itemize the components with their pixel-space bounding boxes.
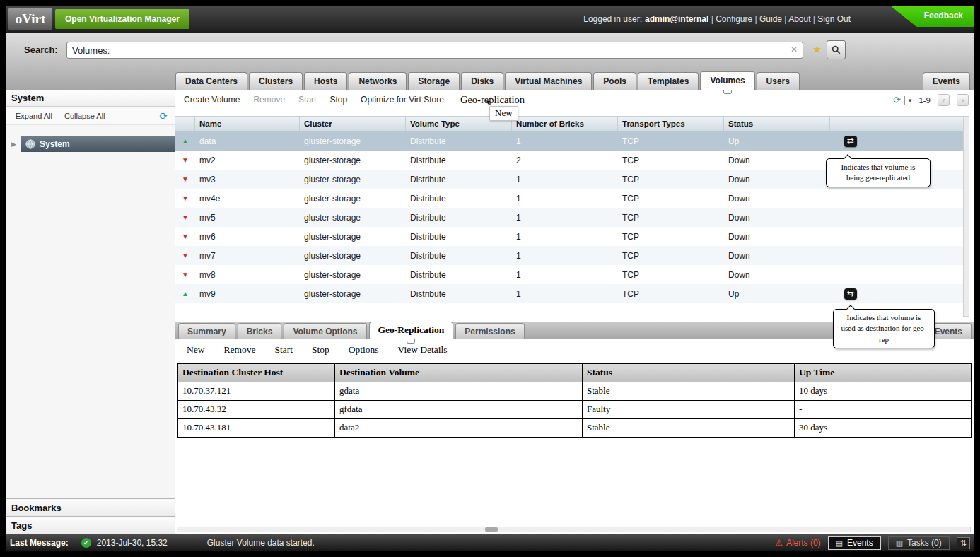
main-tab[interactable]: Storage [408,72,460,90]
sidebar-title: System [6,90,175,107]
refresh-dropdown-button[interactable]: ⟳ ▾ [893,95,911,105]
page-next-button[interactable]: › [957,94,969,106]
cell-bricks: 2 [512,156,618,165]
events-button[interactable]: ▤ Events [828,536,881,550]
column-header-status[interactable]: Status [724,117,830,131]
volume-row[interactable]: mv6 gluster-storage Distribute 1 TCP Dow… [175,227,963,246]
caret-down-icon[interactable]: ▾ [486,99,518,106]
search-input[interactable] [71,43,771,57]
volumes-toolbar: Create VolumeRemoveStartStopOptimize for… [175,90,974,110]
toolbar-button[interactable]: Remove [253,95,285,105]
search-button[interactable] [827,40,846,59]
detail-toolbar-button[interactable]: Start [275,344,293,356]
main-tab[interactable]: Virtual Machines [505,72,592,90]
detail-toolbar-button[interactable]: Stop [312,344,329,356]
statusbar-expand-button[interactable]: ⇅ [957,537,970,549]
column-header-status-icon [175,117,195,131]
geo-session-row[interactable]: 10.70.43.181 data2 Stable 30 days [178,419,971,437]
detail-tab[interactable]: Geo-Replication [369,322,454,339]
alerts-button[interactable]: ⚠ Alerts (0) [775,538,820,548]
feedback-ribbon[interactable]: Feedback [881,6,974,27]
cell-name: mv2 [195,156,300,165]
main-tab[interactable]: Clusters [249,72,303,90]
column-header-cluster[interactable]: Cluster [300,117,406,131]
cell-volume-type: Distribute [406,156,512,165]
detail-tab[interactable]: Bricks [238,323,282,339]
cell-name: mv9 [195,289,300,299]
search-box: ✕ [66,42,803,59]
toolbar-button[interactable]: Stop [329,95,347,105]
detail-toolbar-button[interactable]: View Details [398,344,448,356]
header-link[interactable]: Sign Out [811,14,851,24]
cell-transport: TCP [618,289,724,299]
bookmarks-panel-header[interactable]: Bookmarks [6,498,175,516]
vertical-scrollbar[interactable] [963,116,969,317]
detail-toolbar-button[interactable]: Options [349,344,379,356]
tasks-button[interactable]: ▥ Tasks (0) [888,536,950,550]
expander-icon[interactable]: ▶ [11,141,16,148]
globe-icon [25,139,35,149]
search-label: Search: [24,45,58,55]
main-tab[interactable]: Networks [349,72,407,90]
column-header-bricks[interactable]: Number of Bricks [512,117,618,131]
main-tab[interactable]: Volumes [700,71,754,90]
cell-destination-volume: gfdata [335,401,583,419]
main-tab-events[interactable]: Events [923,72,970,90]
main-tab[interactable]: Users [757,72,800,90]
volume-row[interactable]: mv7 gluster-storage Distribute 1 TCP Dow… [175,246,963,265]
tab-label: Volume Options [293,327,357,336]
caret-down-icon: ▾ [909,97,912,104]
toolbar-button[interactable]: Create Volume [184,95,240,105]
tooltip-tail [846,305,854,312]
volume-row[interactable]: mv9 gluster-storage Distribute 1 TCP Up [175,284,963,303]
main-tab[interactable]: Disks [461,72,503,90]
volume-row[interactable]: mv8 gluster-storage Distribute 1 TCP Dow… [175,265,963,284]
header-link[interactable]: Configure [708,14,752,24]
cell-status: Up [724,136,830,146]
star-bookmark-icon[interactable]: ★ [812,43,822,56]
tags-panel-header[interactable]: Tags [6,516,175,534]
detail-tab[interactable]: Summary [178,323,235,339]
tab-label: Events [935,327,962,336]
header-link[interactable]: Guide [752,14,782,24]
detail-toolbar-button[interactable]: New [187,344,205,356]
active-tab-notch [407,339,415,344]
check-icon: ✔ [81,538,91,548]
clear-icon[interactable]: ✕ [791,45,798,54]
collapse-all-link[interactable]: Collapse All [64,112,105,120]
cell-name: data [195,136,300,146]
volume-row[interactable]: mv4e gluster-storage Distribute 1 TCP Do… [175,189,963,208]
magnifier-icon [832,45,841,54]
cell-volume-type: Distribute [406,232,512,242]
column-header-name[interactable]: Name [195,117,300,131]
tree-item-system[interactable]: System [21,136,175,152]
menu-item-new[interactable]: New [489,106,518,121]
page-prev-button[interactable]: ‹ [938,94,950,106]
cell-volume-type: Distribute [406,175,512,184]
header-link[interactable]: About [782,14,810,24]
cell-cluster: gluster-storage [300,136,406,146]
detail-tab[interactable]: Volume Options [284,323,366,339]
detail-toolbar-button[interactable]: Remove [224,344,256,356]
volume-row[interactable]: data gluster-storage Distribute 1 TCP Up [175,131,963,151]
main-tab[interactable]: Hosts [304,72,347,90]
last-message-time: 2013-Jul-30, 15:32 [97,538,168,548]
scrollbar-thumb[interactable] [485,527,498,532]
login-label: Logged in user: [583,14,642,24]
refresh-icon[interactable]: ⟳ [159,107,168,125]
cell-session-status: Faulty [583,401,795,419]
main-tab[interactable]: Data Centers [175,72,247,90]
main-tab[interactable]: Templates [638,72,699,90]
main-tab[interactable]: Pools [593,72,636,90]
cell-volume-type: Distribute [406,136,512,146]
geo-session-row[interactable]: 10.70.37.121 gdata Stable 10 days [178,382,971,401]
toolbar-button[interactable]: Optimize for Virt Store [361,95,444,105]
volume-row[interactable]: mv5 gluster-storage Distribute 1 TCP Dow… [175,208,963,227]
toolbar-button[interactable]: Start [298,95,316,105]
detail-tab[interactable]: Permissions [455,323,524,339]
expand-all-link[interactable]: Expand All [16,112,52,120]
horizontal-scrollbar[interactable] [177,527,971,532]
tab-label: Events [933,76,960,86]
column-header-transport[interactable]: Transport Types [618,117,724,131]
geo-session-row[interactable]: 10.70.43.32 gfdata Faulty - [178,401,971,419]
